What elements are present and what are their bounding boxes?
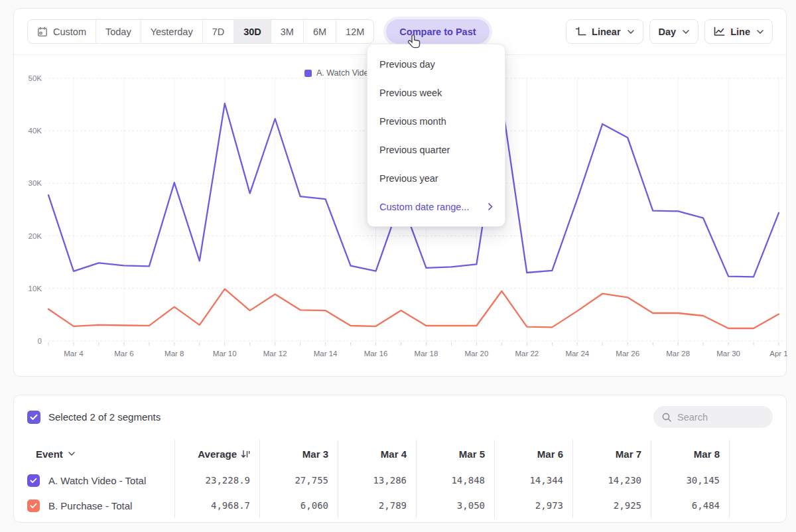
- menu-item-previous-month[interactable]: Previous month: [367, 107, 505, 135]
- y-axis-tick-label: 40K: [29, 127, 42, 135]
- range-option-6m[interactable]: 6M: [304, 20, 336, 43]
- segment-daily-value: 14,230: [572, 468, 651, 493]
- menu-item-previous-week[interactable]: Previous week: [367, 78, 505, 107]
- selected-segments-label: Selected 2 of 2 segments: [48, 411, 161, 423]
- date-header-label: Mar 5: [459, 448, 485, 460]
- series-line-b-purchase: [48, 289, 779, 328]
- check-icon: [30, 503, 37, 509]
- x-axis-tick-label: Mar 8: [165, 350, 184, 358]
- segment-daily-value: 2,925: [572, 493, 651, 518]
- column-header-mar-5[interactable]: Mar 5: [416, 440, 494, 468]
- x-axis-tick-label: Mar 12: [263, 350, 287, 358]
- compare-to-past-menu: Previous dayPrevious weekPrevious monthP…: [367, 44, 505, 227]
- segment-daily-value: 6,060: [259, 493, 338, 518]
- segment-checkbox[interactable]: [27, 474, 40, 487]
- column-header-mar-3[interactable]: Mar 3: [259, 440, 338, 468]
- segment-daily-value: 13,286: [338, 468, 416, 493]
- linear-scale-icon: [575, 27, 586, 36]
- menu-item-previous-day[interactable]: Previous day: [367, 50, 505, 78]
- segment-daily-value: 30,145: [651, 468, 729, 493]
- y-axis-tick-label: 30K: [29, 179, 42, 187]
- segment-daily-value: 14,344: [494, 468, 572, 493]
- scale-select-button[interactable]: Linear: [566, 19, 643, 44]
- column-header-mar-7[interactable]: Mar 7: [572, 440, 651, 468]
- x-axis-tick-label: Mar 10: [213, 350, 237, 358]
- segment-average-value: 4,968.7: [174, 493, 259, 518]
- x-axis-tick-label: Mar 18: [415, 350, 438, 358]
- chart-type-select-button[interactable]: Line: [704, 19, 773, 44]
- segment-truncated-value: 3,: [729, 493, 787, 518]
- range-option-yesterday[interactable]: Yesterday: [141, 20, 203, 43]
- range-option-label: 12M: [346, 27, 364, 37]
- average-header-label: Average: [198, 448, 237, 460]
- date-header-label: Mar 3: [302, 448, 328, 460]
- search-input[interactable]: [677, 412, 763, 423]
- range-option-label: Yesterday: [151, 27, 193, 37]
- y-axis-tick-label: 0: [38, 337, 42, 345]
- range-option-custom[interactable]: Custom: [28, 20, 96, 43]
- range-option-7d[interactable]: 7D: [203, 20, 235, 43]
- segment-daily-value: 3,050: [416, 493, 494, 518]
- chart-options-group: Linear Day Line: [566, 19, 773, 44]
- date-header-label: Mar 6: [537, 448, 563, 460]
- interval-select-button[interactable]: Day: [649, 19, 699, 44]
- column-header-average[interactable]: Average: [174, 440, 259, 468]
- select-all-checkbox[interactable]: [27, 411, 40, 424]
- date-header-label: Mar 7: [616, 448, 641, 460]
- search-icon: [661, 412, 672, 423]
- search-box: [653, 406, 773, 428]
- x-axis-tick-label: Mar 24: [565, 350, 589, 358]
- menu-item-previous-year[interactable]: Previous year: [367, 164, 505, 192]
- segment-daily-value: 2,973: [494, 493, 572, 518]
- segment-checkbox[interactable]: [27, 499, 40, 512]
- x-axis-tick-label: Mar 6: [114, 350, 133, 358]
- scale-select-label: Linear: [592, 27, 621, 37]
- x-axis-tick-label: Mar 14: [314, 350, 338, 358]
- y-axis-tick-label: 20K: [29, 232, 42, 240]
- chevron-down-icon: [683, 30, 689, 34]
- range-option-30d[interactable]: 30D: [234, 20, 271, 43]
- range-option-label: 30D: [243, 27, 261, 37]
- segment-row-label-cell[interactable]: B. Purchase - Total: [27, 493, 174, 518]
- segment-row-name: B. Purchase - Total: [48, 500, 132, 511]
- event-header-label: Event: [36, 448, 63, 460]
- range-option-label: Today: [105, 27, 131, 37]
- segment-row-label-cell[interactable]: A. Watch Video - Total: [27, 468, 174, 493]
- segments-header: Selected 2 of 2 segments: [14, 395, 786, 428]
- column-header-mar-6[interactable]: Mar 6: [494, 440, 572, 468]
- range-option-12m[interactable]: 12M: [336, 20, 373, 43]
- date-header-label: Mar 8: [694, 448, 720, 460]
- line-chart-icon: [714, 27, 725, 36]
- chevron-down-icon: [68, 452, 75, 456]
- check-icon: [30, 414, 38, 421]
- column-header-mar-8[interactable]: Mar 8: [651, 440, 729, 468]
- column-header-mar-4[interactable]: Mar 4: [338, 440, 416, 468]
- date-range-segmented-control: CustomTodayYesterday7D30D3M6M12M: [27, 19, 374, 44]
- chevron-right-icon: [488, 203, 493, 210]
- x-axis-tick-label: Mar 20: [465, 350, 489, 358]
- segment-average-value: 23,228.9: [174, 468, 259, 493]
- range-option-label: 3M: [281, 27, 294, 37]
- compare-to-past-button[interactable]: Compare to Past: [386, 19, 489, 44]
- legend-label: A. Watch Video: [316, 68, 373, 78]
- segment-row-name: A. Watch Video - Total: [48, 475, 146, 486]
- segments-table: EventAverageMar 3Mar 4Mar 5Mar 6Mar 7Mar…: [27, 440, 786, 518]
- column-header-event[interactable]: Event: [27, 440, 174, 468]
- range-option-today[interactable]: Today: [96, 20, 141, 43]
- range-option-label: 6M: [313, 27, 326, 37]
- chart-type-select-label: Line: [730, 27, 750, 37]
- x-axis-tick-label: Mar 30: [716, 350, 740, 358]
- menu-item-previous-quarter[interactable]: Previous quarter: [367, 135, 505, 164]
- column-header-truncated: M: [729, 440, 787, 468]
- segment-truncated-value: 15,: [729, 468, 787, 493]
- y-axis-tick-label: 10K: [29, 285, 42, 293]
- legend-item-a-watch-video[interactable]: A. Watch Video: [304, 68, 373, 78]
- custom-date-range-label: Custom date range...: [379, 202, 469, 212]
- segment-daily-value: 6,484: [651, 493, 729, 518]
- range-option-label: 7D: [212, 27, 225, 37]
- calendar-icon: [37, 27, 48, 37]
- check-icon: [30, 478, 37, 484]
- menu-item-custom-date-range[interactable]: Custom date range...: [367, 192, 505, 221]
- x-axis-tick-label: Mar 22: [515, 350, 539, 358]
- range-option-3m[interactable]: 3M: [271, 20, 304, 43]
